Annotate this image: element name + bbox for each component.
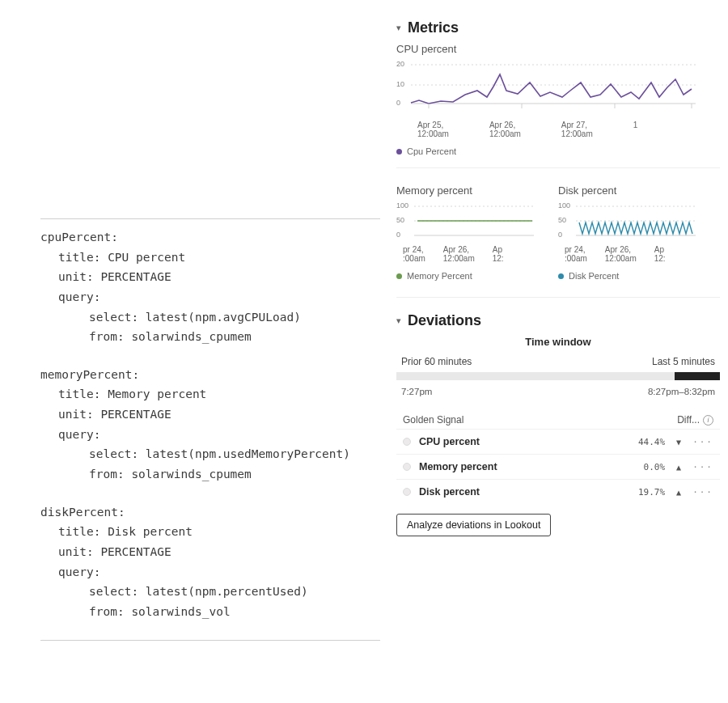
chevron-down-icon: ▾ <box>396 23 401 33</box>
memory-chart: Memory percent 100 50 0 pr 24,:00am Apr … <box>396 180 534 292</box>
deviations-section-toggle[interactable]: ▾ Deviations <box>396 312 720 329</box>
cpu-chart-svg: 20 10 0 <box>396 58 696 115</box>
time-window-slider[interactable] <box>396 372 720 380</box>
cpu-chart-legend: Cpu Percent <box>396 146 696 156</box>
analyze-deviations-button[interactable]: Analyze deviations in Lookout <box>396 514 551 536</box>
last-label: Last 5 minutes <box>652 356 715 367</box>
legend-dot-icon <box>396 149 402 155</box>
svg-text:0: 0 <box>396 231 400 239</box>
svg-text:20: 20 <box>396 60 404 68</box>
row-actions-button[interactable]: ··· <box>692 487 713 498</box>
svg-text:0: 0 <box>396 99 400 107</box>
disk-chart: Disk percent 100 50 0 pr 24,:00am Apr 26… <box>558 180 696 292</box>
chart-title: Disk percent <box>558 184 696 197</box>
prior-time: 7:27pm <box>401 387 432 396</box>
code-key: memoryPercent: <box>40 365 380 385</box>
signal-row[interactable]: Disk percent 19.7%▲··· <box>396 479 720 504</box>
metrics-section-toggle[interactable]: ▾ Metrics <box>396 19 720 36</box>
memory-chart-legend: Memory Percent <box>396 271 534 281</box>
chart-title: Memory percent <box>396 184 534 197</box>
code-block-disk: diskPercent: title: Disk percent unit: P… <box>40 502 380 622</box>
signal-row[interactable]: CPU percent 44.4%▼··· <box>396 429 720 454</box>
signals-table-header: Golden Signal Diff... i <box>396 411 720 429</box>
legend-dot-icon <box>396 273 402 279</box>
row-actions-button[interactable]: ··· <box>692 462 713 472</box>
code-key: diskPercent: <box>40 502 380 523</box>
svg-text:100: 100 <box>558 201 570 210</box>
svg-text:50: 50 <box>396 216 404 224</box>
memory-chart-svg: 100 50 0 <box>396 200 534 242</box>
legend-dot-icon <box>558 273 564 279</box>
svg-text:0: 0 <box>558 231 562 239</box>
info-icon[interactable]: i <box>703 415 713 426</box>
cpu-chart: CPU percent 20 10 0 Apr 25,12:00am Apr 2… <box>396 43 696 156</box>
svg-text:100: 100 <box>396 201 408 210</box>
cpu-chart-xticks: Apr 25,12:00am Apr 26,12:00am Apr 27,12:… <box>396 121 696 138</box>
code-block-cpu: cpuPercent: title: CPU percent unit: PER… <box>40 227 380 347</box>
svg-text:10: 10 <box>396 80 404 88</box>
chevron-down-icon: ▾ <box>396 316 401 326</box>
disk-chart-legend: Disk Percent <box>558 271 696 281</box>
config-code-panel: cpuPercent: title: CPU percent unit: PER… <box>0 0 380 703</box>
time-window-heading: Time window <box>396 336 720 348</box>
last-time: 8:27pm–8:32pm <box>648 387 715 396</box>
section-title: Deviations <box>408 312 481 329</box>
time-window-fill <box>675 372 720 380</box>
signal-row[interactable]: Memory percent 0.0%▲··· <box>396 454 720 479</box>
disk-chart-svg: 100 50 0 <box>558 200 696 242</box>
trend-up-icon: ▲ <box>676 488 681 497</box>
status-dot-icon <box>403 438 411 446</box>
trend-down-icon: ▼ <box>676 438 681 447</box>
section-title: Metrics <box>408 19 459 36</box>
prior-label: Prior 60 minutes <box>401 356 472 367</box>
svg-text:50: 50 <box>558 216 566 224</box>
trend-up-icon: ▲ <box>676 463 681 472</box>
status-dot-icon <box>403 463 411 471</box>
code-block-memory: memoryPercent: title: Memory percent uni… <box>40 365 380 485</box>
code-key: cpuPercent: <box>40 227 380 248</box>
chart-title: CPU percent <box>396 43 696 55</box>
status-dot-icon <box>403 488 411 496</box>
row-actions-button[interactable]: ··· <box>692 437 713 447</box>
